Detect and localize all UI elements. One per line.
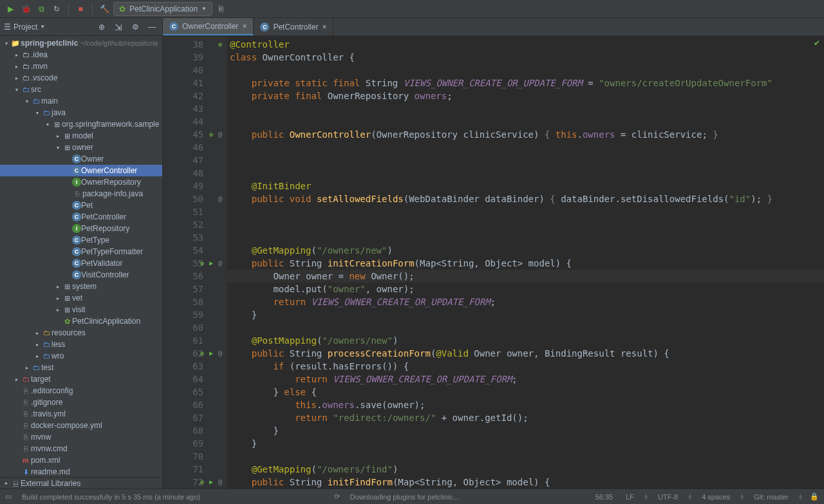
tree-item-pettype[interactable]: CPetType [0, 234, 162, 246]
tree-item-mvnw-cmd[interactable]: ⎘mvnw.cmd [0, 443, 162, 454]
debug-icon[interactable]: 🐞 [19, 3, 32, 15]
code-line-69[interactable]: } [227, 437, 824, 450]
gutter-line-39[interactable]: 39 [163, 51, 227, 64]
tree-item-docker-compose-yml[interactable]: ⎘docker-compose.yml [0, 420, 162, 431]
code-line-40[interactable] [227, 64, 824, 77]
tree-item-petvalidator[interactable]: CPetValidator [0, 257, 162, 269]
build-status[interactable]: Build completed successfully in 5 s 35 m… [19, 493, 203, 501]
tree-item-java[interactable]: ▾🗀java [0, 107, 162, 118]
run-icon[interactable]: ▶ [4, 3, 17, 15]
code-line-71[interactable]: @GetMapping("/owners/find") [227, 463, 824, 476]
gutter-line-70[interactable]: 70 [163, 450, 227, 463]
gutter-line-58[interactable]: 58 [163, 295, 227, 308]
gutter-line-43[interactable]: 43 [163, 102, 227, 115]
gutter-line-46[interactable]: 46 [163, 141, 227, 154]
code-line-59[interactable]: } [227, 308, 824, 321]
tree-item-system[interactable]: ▸⊞system [0, 281, 162, 292]
code-line-57[interactable]: model.put("owner", owner); [227, 283, 824, 295]
code-line-48[interactable] [227, 167, 824, 180]
gutter-line-40[interactable]: 40 [163, 64, 227, 77]
mapping-gutter-icon[interactable]: @ [216, 259, 224, 267]
spring-gutter-icon[interactable]: ✿ [216, 41, 224, 48]
code-line-53[interactable] [227, 231, 824, 244]
tree-item-petclinicapplication[interactable]: ✿PetClinicApplication [0, 315, 162, 327]
mapping-gutter-icon[interactable]: @ [216, 478, 224, 486]
tree-item--vscode[interactable]: ▸🗀.vscode [0, 72, 162, 84]
tree-item-visitcontroller[interactable]: CVisitController [0, 269, 162, 281]
tree-item-pettypeformatter[interactable]: CPetTypeFormatter [0, 246, 162, 257]
gutter-line-72[interactable]: 72✿▶@ [163, 476, 227, 489]
tree-item-org-springframework-sample[interactable]: ▾⊞org.springframework.sample [0, 118, 162, 130]
caret-down-icon[interactable]: ▼ [40, 24, 45, 30]
code-line-49[interactable]: @InitBinder [227, 180, 824, 192]
tree-item--idea[interactable]: ▸🗀.idea [0, 49, 162, 61]
gutter-line-60[interactable]: 60 [163, 321, 227, 334]
tree-item-owner[interactable]: ▾⊞owner [0, 142, 162, 153]
tree-item-vet[interactable]: ▸⊞vet [0, 292, 162, 304]
code-line-39[interactable]: class OwnerController { [227, 51, 824, 64]
tree-item-ownercontroller[interactable]: COwnerController [0, 165, 162, 176]
tree-item-less[interactable]: ▸🗀less [0, 339, 162, 350]
tree-item-package-info-java[interactable]: ⎘package-info.java [0, 188, 162, 200]
gutter-line-52[interactable]: 52 [163, 218, 227, 231]
editor-gutter[interactable]: 38✿39404142434445✿@4647484950@5152535455… [163, 36, 227, 489]
background-task[interactable]: Downloading plugins for petclinic... [348, 493, 462, 501]
gutter-line-53[interactable]: 53 [163, 231, 227, 244]
external-libraries[interactable]: ▸ ⌸ External Libraries [0, 477, 162, 489]
tree-item-target[interactable]: ▸🗀target [0, 373, 162, 385]
run-gutter-icon[interactable]: ▶ [207, 478, 215, 486]
code-line-63[interactable]: if (result.hasErrors()) { [227, 360, 824, 373]
code-line-70[interactable] [227, 450, 824, 463]
mapping-gutter-icon[interactable]: @ [216, 131, 224, 138]
code-line-50[interactable]: public void setAllowedFields(WebDataBind… [227, 192, 824, 205]
code-line-62[interactable]: public String processCreationForm(@Valid… [227, 347, 824, 360]
spring-gutter-icon[interactable]: ✿ [198, 350, 206, 357]
tree-item-pom-xml[interactable]: mpom.xml [0, 454, 162, 466]
run-config-dropdown[interactable]: ✿ PetClinicApplication ▼ [113, 2, 212, 16]
code-line-45[interactable]: public OwnerController(OwnerRepository c… [227, 128, 824, 141]
rerun-icon[interactable]: ↻ [50, 3, 63, 15]
mapping-gutter-icon[interactable]: @ [216, 195, 224, 203]
code-line-67[interactable]: return "redirect:/owners/" + owner.getId… [227, 411, 824, 424]
hide-icon[interactable]: — [145, 21, 158, 33]
code-line-68[interactable]: } [227, 424, 824, 437]
code-line-52[interactable] [227, 218, 824, 231]
tree-item--travis-yml[interactable]: ⎘.travis.yml [0, 408, 162, 420]
stop-icon[interactable]: ■ [74, 3, 87, 15]
tree-item-mvnw[interactable]: ⎘mvnw [0, 431, 162, 443]
tree-item-visit[interactable]: ▸⊞visit [0, 304, 162, 315]
code-line-51[interactable] [227, 205, 824, 218]
gutter-line-38[interactable]: 38✿ [163, 38, 227, 51]
gutter-line-44[interactable]: 44 [163, 115, 227, 128]
gutter-line-69[interactable]: 69 [163, 437, 227, 450]
code-line-55[interactable]: public String initCreationForm(Map<Strin… [227, 257, 824, 270]
gutter-line-68[interactable]: 68 [163, 424, 227, 437]
tab-ownercontroller[interactable]: COwnerController× [163, 18, 254, 35]
spring-gutter-icon[interactable]: ✿ [198, 259, 206, 267]
gutter-line-67[interactable]: 67 [163, 411, 227, 424]
gutter-line-42[interactable]: 42 [163, 89, 227, 102]
gutter-line-71[interactable]: 71 [163, 463, 227, 476]
gutter-line-47[interactable]: 47 [163, 154, 227, 167]
gutter-line-63[interactable]: 63 [163, 360, 227, 373]
inspection-ok-icon[interactable]: ✔ [814, 39, 820, 48]
tree-item-petcontroller[interactable]: CPetController [0, 211, 162, 223]
gutter-line-50[interactable]: 50@ [163, 192, 227, 205]
code-line-72[interactable]: public String initFindForm(Map<String, O… [227, 476, 824, 489]
code-line-42[interactable]: private final OwnerRepository owners; [227, 89, 824, 102]
gutter-line-59[interactable]: 59 [163, 308, 227, 321]
code-line-47[interactable] [227, 154, 824, 167]
git-branch[interactable]: Git: master [751, 493, 791, 501]
tree-item-pet[interactable]: CPet [0, 200, 162, 211]
code-line-54[interactable]: @GetMapping("/owners/new") [227, 244, 824, 257]
tab-petcontroller[interactable]: CPetController× [254, 18, 333, 35]
project-root[interactable]: ▾ 📁 spring-petclinic ~/code/github/repos… [0, 37, 162, 49]
tree-item-readme-md[interactable]: ⬇readme.md [0, 466, 162, 477]
tree-item-wro[interactable]: ▸🗀wro [0, 350, 162, 362]
gutter-line-66[interactable]: 66 [163, 398, 227, 411]
gutter-line-41[interactable]: 41 [163, 77, 227, 89]
tree-item-ownerrepository[interactable]: IOwnerRepository [0, 176, 162, 188]
gutter-line-51[interactable]: 51 [163, 205, 227, 218]
code-line-44[interactable] [227, 115, 824, 128]
run-gutter-icon[interactable]: ▶ [207, 259, 215, 267]
